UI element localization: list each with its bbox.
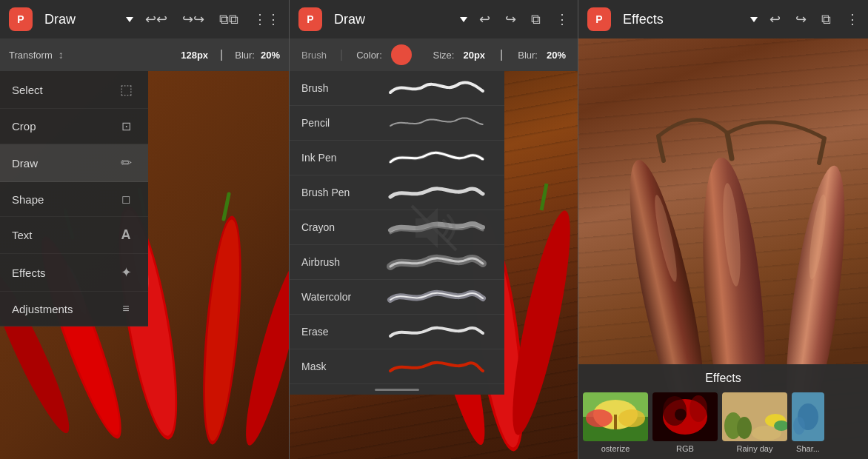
panel-effects: P Effects ↩ ↪ ⧉ ⋮ Effects <box>578 0 868 459</box>
panel2-undo-button[interactable]: ↩ <box>479 11 490 27</box>
draw-pencil-icon: ✏ <box>116 155 136 171</box>
panel2-more-button[interactable]: ⋮ <box>555 11 569 27</box>
svg-point-7 <box>198 218 246 442</box>
menu-item-text[interactable]: Text A <box>0 217 148 254</box>
effects-sheet-title: Effects <box>578 372 868 385</box>
svg-point-26 <box>618 409 645 427</box>
panel3-title: Effects <box>623 12 735 27</box>
panel-draw-menu: P Draw ↩ ↪ ⧉ ⋮ Transform ↕ 128px | Blur:… <box>0 0 289 459</box>
redo-button[interactable]: ↪ <box>182 11 204 27</box>
panel3-redo-button[interactable]: ↪ <box>795 11 807 27</box>
brush-item-erase[interactable]: Erase <box>290 315 504 349</box>
panel2-size-value: 20px <box>463 50 485 61</box>
panel2-sub-bar: Brush | Color: Size: 20px | Blur: 20% <box>290 38 578 71</box>
more-options-button[interactable]: ⋮ <box>253 11 280 27</box>
transform-icon[interactable]: ↕ <box>59 49 64 61</box>
undo-button[interactable]: ↩ <box>145 11 167 27</box>
inkpen-label: Ink Pen <box>301 152 368 164</box>
select-icon: ⬚ <box>116 81 136 98</box>
title-dropdown-icon[interactable] <box>126 17 133 22</box>
brush-item-brush[interactable]: Brush <box>290 71 504 106</box>
panel3-toolbar: ↩ ↪ ⧉ ⋮ <box>769 11 859 27</box>
erase-label: Erase <box>301 326 368 338</box>
brush-item-pencil[interactable]: Pencil <box>290 106 504 141</box>
menu-item-shape[interactable]: Shape ◻ <box>0 182 148 217</box>
posterize-label: osterize <box>601 444 630 453</box>
draw-tools-menu: Select ⬚ Crop ⊡ Draw ✏ Shape ◻ Text A Ef… <box>0 71 148 326</box>
pencil-label: Pencil <box>301 117 368 129</box>
watercolor-stroke-preview <box>377 286 493 308</box>
brush-item-airbrush[interactable]: Airbrush <box>290 245 504 280</box>
svg-point-9 <box>236 256 289 449</box>
blur-sep: | <box>220 48 223 61</box>
svg-point-30 <box>690 395 707 422</box>
panel2-top-bar: P Draw ↩ ↪ ⧉ ⋮ <box>290 0 578 38</box>
panel1-top-bar: P Draw ↩ ↪ ⧉ ⋮ <box>0 0 289 38</box>
panel2-toolbar: ↩ ↪ ⧉ ⋮ <box>479 11 569 27</box>
panel2-layers-button[interactable]: ⧉ <box>531 12 541 27</box>
text-icon: A <box>116 227 136 243</box>
panel3-top-bar: P Effects ↩ ↪ ⧉ ⋮ <box>578 0 868 38</box>
effects-label: Effects <box>12 267 46 279</box>
shape-icon: ◻ <box>116 192 136 206</box>
panel2-size-label: Size: <box>433 50 455 61</box>
effects-wand-icon: ✦ <box>116 264 136 281</box>
crop-icon: ⊡ <box>116 119 136 133</box>
effects-bottom-sheet: Effects osterize <box>578 364 868 459</box>
effect-rgb[interactable]: RGB <box>652 392 718 453</box>
rgb-thumb <box>652 392 718 441</box>
scroll-indicator <box>290 384 504 395</box>
brush-item-brushpen[interactable]: Brush Pen <box>290 175 504 210</box>
watercolor-label: Watercolor <box>301 291 368 303</box>
volume-overlay <box>401 195 467 264</box>
text-label: Text <box>12 229 33 241</box>
transform-label: Transform <box>9 50 53 61</box>
menu-item-effects[interactable]: Effects ✦ <box>0 254 148 292</box>
rainy-thumb <box>722 392 787 441</box>
panel2-blur-label: Blur: <box>518 50 538 61</box>
brush-label-inactive: Brush <box>301 50 327 61</box>
adjustments-label: Adjustments <box>12 303 73 315</box>
svg-point-25 <box>586 409 612 427</box>
brush-item-watercolor[interactable]: Watercolor <box>290 280 504 315</box>
mask-label: Mask <box>301 361 368 372</box>
panel3-layers-button[interactable]: ⧉ <box>821 12 831 27</box>
blur-value: 20% <box>261 50 280 61</box>
brush-list: Brush Pencil Ink Pen <box>290 71 504 395</box>
select-label: Select <box>12 84 43 96</box>
blur-label: Blur: <box>235 50 255 61</box>
scroll-bar <box>375 389 419 391</box>
posterize-thumb <box>583 392 648 441</box>
effect-rainy[interactable]: Rainy day <box>722 392 787 453</box>
brush-item-crayon[interactable]: Crayon <box>290 210 504 245</box>
effect-sharp[interactable]: Shar... <box>792 392 824 453</box>
layers-button[interactable]: ⧉ <box>219 12 238 27</box>
panel3-title-dropdown-icon[interactable] <box>750 17 758 22</box>
panel3-more-button[interactable]: ⋮ <box>846 11 859 27</box>
svg-rect-24 <box>614 415 617 429</box>
panel2-blur-sep: | <box>500 48 503 61</box>
rgb-label: RGB <box>676 444 694 453</box>
brush-item-inkpen[interactable]: Ink Pen <box>290 141 504 175</box>
panel-brush-picker: P Draw ↩ ↪ ⧉ ⋮ Brush | Color: Size: 20px… <box>289 0 578 459</box>
svg-point-40 <box>793 417 805 435</box>
menu-item-crop[interactable]: Crop ⊡ <box>0 109 148 144</box>
brush-stroke-preview <box>377 77 493 99</box>
draw-label: Draw <box>12 157 38 170</box>
panel1-title: Draw <box>44 12 111 27</box>
color-swatch[interactable] <box>391 44 412 65</box>
menu-item-adjustments[interactable]: Adjustments ≡ <box>0 292 148 326</box>
effect-posterize[interactable]: osterize <box>583 392 648 453</box>
brush-item-mask[interactable]: Mask <box>290 349 504 384</box>
panel2-title-dropdown-icon[interactable] <box>460 17 467 22</box>
panel3-undo-button[interactable]: ↩ <box>769 11 781 27</box>
color-label: Color: <box>356 50 382 61</box>
menu-item-draw[interactable]: Draw ✏ <box>0 144 148 182</box>
panel2-redo-button[interactable]: ↪ <box>505 11 516 27</box>
menu-item-select[interactable]: Select ⬚ <box>0 71 148 109</box>
sharp-label: Shar... <box>796 444 820 453</box>
pencil-stroke-preview <box>377 112 493 134</box>
crop-label: Crop <box>12 120 36 133</box>
svg-point-34 <box>737 417 752 439</box>
mask-stroke-preview <box>377 355 493 378</box>
